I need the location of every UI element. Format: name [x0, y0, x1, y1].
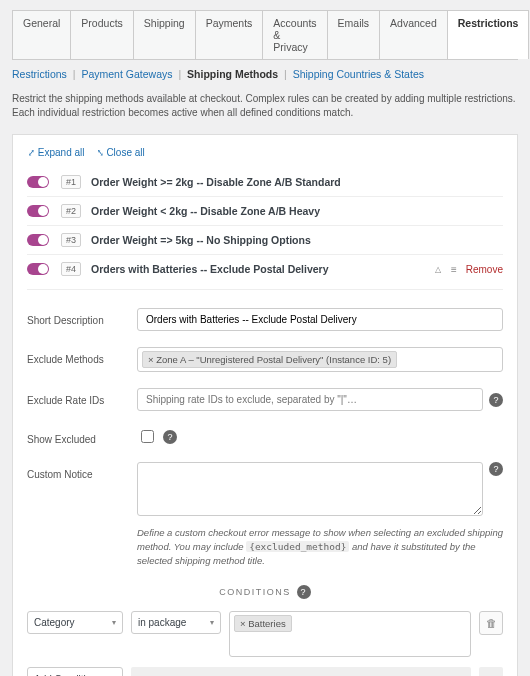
rule-row-4[interactable]: #4 Orders with Batteries -- Exclude Post…	[27, 254, 503, 283]
trash-icon: 🗑	[486, 617, 497, 629]
label-show-excluded: Show Excluded	[27, 427, 137, 446]
tab-emails[interactable]: Emails	[327, 10, 381, 59]
rule-toggle[interactable]	[27, 176, 49, 188]
exclude-rate-ids-input[interactable]	[137, 388, 483, 411]
rule-row-1[interactable]: #1 Order Weight >= 2kg -- Disable Zone A…	[27, 168, 503, 196]
add-condition-select[interactable]: Add Condition▾	[27, 667, 123, 676]
condition-value-tag[interactable]: × Batteries	[234, 615, 292, 632]
rule-title: Order Weight => 5kg -- No Shipping Optio…	[91, 234, 503, 246]
condition-value-select[interactable]: × Batteries	[229, 611, 471, 657]
label-exclude-rate-ids: Exclude Rate IDs	[27, 388, 137, 407]
restrictions-subtabs: Restrictions | Payment Gateways | Shippi…	[12, 68, 518, 80]
help-icon[interactable]: ?	[489, 393, 503, 407]
label-exclude-methods: Exclude Methods	[27, 347, 137, 366]
condition-type-select[interactable]: Category▾	[27, 611, 123, 634]
tab-general[interactable]: General	[12, 10, 71, 59]
expand-icon: ⤢	[28, 147, 34, 158]
label-short-description: Short Description	[27, 308, 137, 327]
close-all-link[interactable]: ⤡ Close all	[96, 147, 145, 158]
expand-all-link[interactable]: ⤢ Expand all	[27, 147, 87, 158]
drag-handle-icon[interactable]: ≡	[451, 264, 456, 275]
tab-shipping[interactable]: Shipping	[133, 10, 196, 59]
rule-number: #1	[61, 175, 81, 189]
add-condition-row: Add Condition▾	[27, 667, 503, 676]
expand-collapse-row: ⤢ Expand all ⤡ Close all	[27, 147, 503, 158]
rule-row-3[interactable]: #3 Order Weight => 5kg -- No Shipping Op…	[27, 225, 503, 254]
rule-actions: △ ≡ Remove	[435, 264, 503, 275]
tab-accounts[interactable]: Accounts & Privacy	[262, 10, 327, 59]
tab-advanced[interactable]: Advanced	[379, 10, 448, 59]
help-icon[interactable]: ?	[489, 462, 503, 476]
rule-number: #3	[61, 233, 81, 247]
tab-restrictions[interactable]: Restrictions	[447, 10, 530, 59]
settings-tabs: General Products Shipping Payments Accou…	[12, 10, 518, 60]
help-icon[interactable]: ?	[163, 430, 177, 444]
rule-row-2[interactable]: #2 Order Weight < 2kg -- Disable Zone A/…	[27, 196, 503, 225]
subtab-shipping-methods[interactable]: Shipping Methods	[187, 68, 278, 80]
page-description: Restrict the shipping methods available …	[12, 92, 518, 120]
rule-title: Order Weight >= 2kg -- Disable Zone A/B …	[91, 176, 503, 188]
excluded-method-tag[interactable]: × Zone A – "Unregistered Postal Delivery…	[142, 351, 397, 368]
chevron-down-icon: ▾	[112, 618, 116, 627]
rule-number: #4	[61, 262, 81, 276]
rule-toggle[interactable]	[27, 205, 49, 217]
rule-title: Order Weight < 2kg -- Disable Zone A/B H…	[91, 205, 503, 217]
custom-notice-textarea[interactable]	[137, 462, 483, 516]
collapse-up-icon[interactable]: △	[435, 265, 441, 274]
chevron-down-icon: ▾	[210, 618, 214, 627]
restrictions-panel: ⤢ Expand all ⤡ Close all #1 Order Weight…	[12, 134, 518, 676]
exclude-methods-select[interactable]: × Zone A – "Unregistered Postal Delivery…	[137, 347, 503, 372]
remove-rule-link[interactable]: Remove	[466, 264, 503, 275]
subtab-payment-gateways[interactable]: Payment Gateways	[81, 68, 172, 80]
label-custom-notice: Custom Notice	[27, 462, 137, 481]
help-icon[interactable]: ?	[297, 585, 311, 599]
tab-products[interactable]: Products	[70, 10, 133, 59]
rule-title: Orders with Batteries -- Exclude Postal …	[91, 263, 435, 275]
rule-edit-form: Short Description Exclude Methods × Zone…	[27, 289, 503, 676]
delete-condition-button[interactable]: 🗑	[479, 611, 503, 635]
add-condition-placeholder	[131, 667, 471, 676]
rule-toggle[interactable]	[27, 234, 49, 246]
show-excluded-checkbox[interactable]	[141, 430, 154, 443]
short-description-input[interactable]	[137, 308, 503, 331]
subtab-countries-states[interactable]: Shipping Countries & States	[293, 68, 424, 80]
tab-payments[interactable]: Payments	[195, 10, 264, 59]
rule-number: #2	[61, 204, 81, 218]
conditions-header: CONDITIONS ?	[27, 585, 503, 599]
condition-row: Category▾ in package▾ × Batteries 🗑	[27, 611, 503, 657]
rule-toggle[interactable]	[27, 263, 49, 275]
custom-notice-help: Define a custom checkout error message t…	[137, 526, 503, 567]
add-condition-placeholder	[479, 667, 503, 676]
subtab-restrictions[interactable]: Restrictions	[12, 68, 67, 80]
condition-scope-select[interactable]: in package▾	[131, 611, 221, 634]
collapse-icon: ⤡	[96, 147, 102, 158]
